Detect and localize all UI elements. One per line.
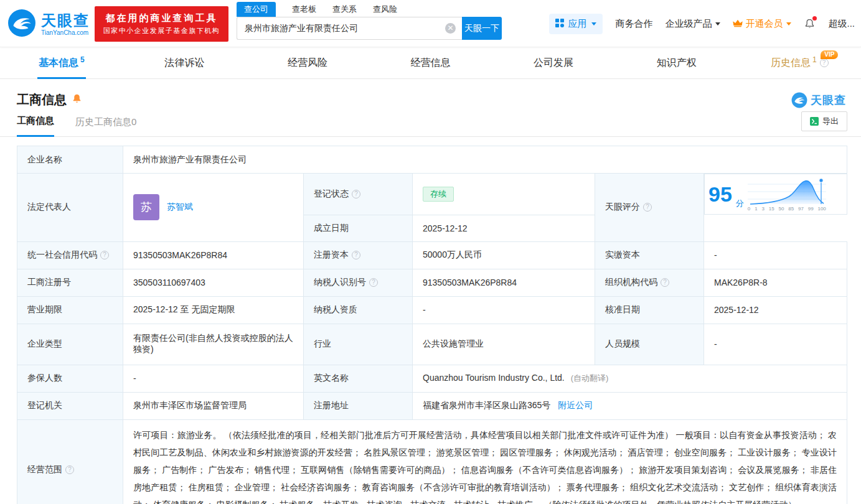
apps-menu[interactable]: 应用 [549, 14, 603, 34]
header-right-nav: 应用 商务合作 企业级产品 开通会员 超级... [549, 0, 855, 47]
search-type-tabs: 查公司 查老板 查关系 查风险 [237, 2, 502, 17]
table-row: 企业类型 有限责任公司(非自然人投资或控股的法人独资) 行业 公共设施管理业 人… [17, 324, 847, 365]
value-company-name: 泉州市旅游产业有限责任公司 [123, 146, 847, 174]
apps-label: 应用 [568, 18, 586, 30]
value-reg-status: 存续 [413, 174, 595, 215]
tab-label: 历史信息 [771, 57, 811, 70]
label-reg-capital: 注册资本? [304, 241, 413, 269]
table-row: 登记机关 泉州市丰泽区市场监督管理局 注册地址 福建省泉州市丰泽区泉山路365号… [17, 392, 847, 419]
value-establish-date: 2025-12-12 [413, 215, 595, 241]
nav-open-vip[interactable]: 开通会员 [733, 18, 791, 30]
search-tab-relation[interactable]: 查关系 [332, 2, 357, 17]
vip-badge: VIP [821, 50, 838, 59]
help-icon[interactable]: ? [643, 203, 652, 212]
label-reg-authority: 登记机关 [17, 392, 123, 419]
label-reg-status: 登记状态? [304, 174, 413, 215]
search-tab-boss[interactable]: 查老板 [292, 2, 316, 17]
notification-dot [812, 16, 817, 21]
nav-enterprise-products[interactable]: 企业级产品 [665, 18, 720, 30]
label-business-term: 营业期限 [17, 296, 123, 324]
value-approve-date: 2025-12-12 [704, 296, 847, 324]
value-insured-count: - [123, 365, 304, 392]
table-row: 工商注册号 350503110697403 纳税人识别号? 91350503MA… [17, 269, 847, 296]
label-score: 天眼评分? [595, 174, 704, 242]
subtab-bar: 工商信息 历史工商信息0 导出 [0, 108, 861, 137]
label-establish-date: 成立日期 [304, 215, 413, 241]
chevron-down-icon [591, 22, 596, 26]
search-input[interactable] [237, 17, 462, 40]
promo-banner[interactable]: 都在用的商业查询工具 国家中小企业发展子基金旗下机构 [95, 6, 228, 42]
notification-bell[interactable] [804, 18, 816, 30]
logo-domain-text: TianYanCha.com [41, 29, 90, 36]
enterprise-label: 企业级产品 [665, 18, 712, 30]
tab-company-development[interactable]: 公司发展 [492, 47, 615, 78]
label-paid-capital: 实缴资本 [595, 241, 704, 269]
tab-operational-risk[interactable]: 经营风险 [246, 47, 369, 78]
help-icon[interactable]: ? [65, 465, 74, 474]
value-reg-capital: 50000万人民币 [413, 241, 595, 269]
help-icon[interactable]: ? [352, 190, 360, 198]
tianyancha-logo[interactable]: 天眼查 TianYanCha.com [7, 9, 90, 40]
search-tab-company[interactable]: 查公司 [237, 2, 276, 17]
value-reg-authority: 泉州市丰泽区市场监督管理局 [123, 392, 304, 419]
help-icon[interactable]: ? [100, 251, 109, 259]
export-button[interactable]: 导出 [801, 111, 847, 131]
apps-grid-icon [555, 19, 564, 29]
watermark-logo: 天眼查 [791, 92, 846, 108]
value-taxpayer-quality: - [413, 296, 595, 324]
help-icon[interactable]: ? [369, 278, 378, 287]
label-approve-date: 核准日期 [595, 296, 704, 324]
nav-super-vip[interactable]: 超级... [828, 18, 855, 30]
tab-label: 法律诉讼 [164, 57, 204, 70]
tab-label: 知识产权 [657, 57, 697, 70]
label-credit-code: 统一社会信用代码? [17, 241, 123, 269]
value-paid-capital: - [704, 241, 847, 269]
search-button[interactable]: 天眼一下 [462, 17, 502, 40]
label-company-type: 企业类型 [17, 324, 123, 365]
score-number: 95 [708, 184, 732, 205]
tab-count: 1 [812, 55, 817, 64]
legal-rep-link[interactable]: 苏智斌 [167, 202, 193, 213]
section-title: 工商信息 [17, 91, 67, 108]
subtab-history-registration[interactable]: 历史工商信息0 [75, 116, 136, 136]
clear-search-icon[interactable]: ✕ [445, 23, 456, 34]
chevron-down-icon [786, 22, 791, 26]
tab-business-info[interactable]: 经营信息 [369, 47, 492, 78]
value-legal-rep: 苏 苏智斌 [123, 174, 304, 242]
subscribe-bell-icon[interactable] [72, 93, 82, 106]
table-row: 参保人数 - 英文名称 Quanzhou Tourism Industry Co… [17, 365, 847, 392]
nearby-companies-link[interactable]: 附近公司 [558, 400, 593, 410]
chevron-down-icon [715, 22, 720, 26]
section-header: 工商信息 天眼查 [0, 79, 861, 108]
label-reg-address: 注册地址 [304, 392, 413, 419]
tab-label: 经营信息 [411, 57, 451, 70]
value-business-term: 2025-12-12 至 无固定期限 [123, 296, 304, 324]
help-icon[interactable]: ? [820, 58, 829, 67]
tab-intellectual-property[interactable]: 知识产权 [615, 47, 738, 78]
help-icon[interactable]: ? [352, 251, 360, 259]
label-taxpayer-quality: 纳税人资质 [304, 296, 413, 324]
tab-label: 经营风险 [288, 57, 327, 70]
tab-legal-proceedings[interactable]: 法律诉讼 [123, 47, 247, 78]
value-company-type: 有限责任公司(非自然人投资或控股的法人独资) [123, 324, 304, 365]
table-row: 统一社会信用代码? 91350503MAK26P8R84 注册资本? 50000… [17, 241, 847, 269]
label-org-code: 组织机构代码? [595, 269, 704, 296]
label-staff-size: 人员规模 [595, 324, 704, 365]
status-badge: 存续 [423, 187, 454, 202]
tab-basic-info[interactable]: 基本信息 5 [0, 47, 123, 78]
table-row: 经营范围? 许可项目：旅游业务。 （依法须经批准的项目，经相关部门批准后方可开展… [17, 419, 847, 504]
promo-line1: 都在用的商业查询工具 [106, 12, 218, 24]
score-unit: 分 [736, 198, 744, 209]
tab-history-info[interactable]: 历史信息 1 ? VIP [738, 47, 861, 78]
help-icon[interactable]: ? [661, 278, 669, 287]
nav-business-cooperation[interactable]: 商务合作 [615, 18, 652, 30]
value-reg-number: 350503110697403 [123, 269, 304, 296]
label-company-name: 企业名称 [17, 146, 123, 174]
crown-icon [733, 19, 743, 29]
value-english-name: Quanzhou Tourism Industry Co., Ltd. (自动翻… [413, 365, 847, 392]
score-curve-chart: 0131550859799100 [748, 177, 826, 212]
subtab-business-registration[interactable]: 工商信息 [17, 115, 54, 137]
legal-rep-avatar[interactable]: 苏 [133, 194, 159, 220]
search-tab-risk[interactable]: 查风险 [373, 2, 397, 17]
reg-address-text: 福建省泉州市丰泽区泉山路365号 [423, 400, 550, 410]
